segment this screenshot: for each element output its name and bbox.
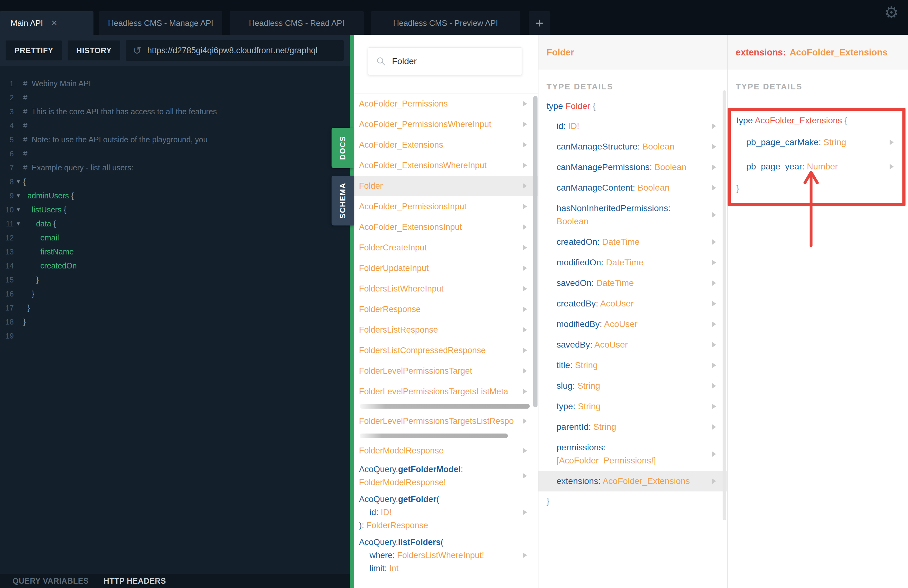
field-text: createdOn: DateTime <box>557 237 640 247</box>
docs-side-tab[interactable]: DOCS <box>332 128 354 168</box>
folder-field-row[interactable]: type: String <box>538 396 727 417</box>
folder-field-row[interactable]: id: ID! <box>538 116 727 137</box>
line-number: 2 <box>0 93 14 102</box>
type-list-item[interactable]: AcoQuery.listFolders(where: FoldersListW… <box>354 534 538 577</box>
type-list-item[interactable]: AcoFolder_Permissions <box>354 93 538 114</box>
gear-icon[interactable]: ⚙ <box>884 4 898 21</box>
field-text: canManageContent: Boolean <box>557 183 670 193</box>
session-tab[interactable]: Main API✕ <box>0 11 93 35</box>
type-list-item[interactable]: FolderCreateInput <box>354 237 538 258</box>
chevron-right-icon <box>523 368 527 374</box>
new-tab-button[interactable]: + <box>529 11 550 35</box>
horizontal-scrollbar[interactable] <box>360 404 530 409</box>
chevron-right-icon <box>523 265 527 271</box>
folder-field-row[interactable]: parentId: String <box>538 417 727 437</box>
type-list-item[interactable]: Folder <box>354 176 538 196</box>
type-list-item[interactable]: AcoFolder_PermissionsInput <box>354 196 538 217</box>
chevron-right-icon <box>712 212 716 218</box>
chevron-right-icon <box>523 473 527 479</box>
type-list-item[interactable]: FolderLevelPermissionsTargetsListMeta <box>354 381 538 402</box>
folder-column-scrollbar[interactable] <box>723 90 726 520</box>
type-list-scrollbar[interactable] <box>533 96 538 407</box>
fold-arrow-icon[interactable]: ▼ <box>14 179 23 185</box>
folder-field-row[interactable]: extensions: AcoFolder_Extensions <box>538 471 727 492</box>
session-tab[interactable]: Headless CMS - Read API <box>230 11 364 35</box>
session-tab-label: Headless CMS - Manage API <box>108 18 213 28</box>
chevron-right-icon <box>712 383 716 389</box>
type-list-item[interactable]: AcoQuery.getFolderModel:FolderModelRespo… <box>354 461 538 491</box>
folder-field-row[interactable]: createdOn: DateTime <box>538 232 727 252</box>
schema-side-tab[interactable]: SCHEMA <box>332 176 354 225</box>
folder-field-row[interactable]: modifiedBy: AcoUser <box>538 314 727 334</box>
prettify-button[interactable]: PRETTIFY <box>6 40 62 60</box>
folder-field-row[interactable]: savedOn: DateTime <box>538 273 727 293</box>
type-list-item[interactable]: AcoFolder_ExtensionsWhereInput <box>354 155 538 176</box>
fold-arrow-icon[interactable]: ▼ <box>14 221 23 227</box>
editor-line: 6# <box>0 147 350 161</box>
code-text: } <box>23 317 26 326</box>
type-list-item[interactable]: FoldersListResponse <box>354 320 538 340</box>
session-tab[interactable]: Headless CMS - Preview API <box>371 11 520 35</box>
chevron-right-icon <box>890 164 894 169</box>
reload-icon[interactable]: ↺ <box>133 45 142 56</box>
folder-field-row[interactable]: modifiedOn: DateTime <box>538 252 727 273</box>
folder-field-row[interactable]: slug: String <box>538 376 727 396</box>
editor-line: 16 } <box>0 287 350 301</box>
docs-search-column: AcoFolder_PermissionsAcoFolder_Permissio… <box>354 35 538 588</box>
type-list-item[interactable]: FoldersListCompressedResponse <box>354 340 538 361</box>
folder-field-row[interactable]: createdBy: AcoUser <box>538 293 727 314</box>
type-list-item[interactable]: AcoFolder_Extensions <box>354 135 538 155</box>
line-number: 14 <box>0 262 14 270</box>
type-list-item[interactable]: AcoFolder_ExtensionsInput <box>354 217 538 237</box>
line-number: 1 <box>0 79 14 88</box>
history-button[interactable]: HISTORY <box>68 40 120 60</box>
type-list-item[interactable]: FoldersListWhereInput <box>354 278 538 299</box>
line-number: 10 <box>0 206 14 214</box>
type-details-label: TYPE DETAILS <box>736 82 908 92</box>
field-text: id: ID! <box>557 121 579 131</box>
type-list-item[interactable]: AcoQuery.getFolder(id: ID!): FolderRespo… <box>354 491 538 534</box>
horizontal-scrollbar[interactable] <box>360 434 508 438</box>
folder-field-row[interactable]: permissions:[AcoFolder_Permissions!] <box>538 437 727 471</box>
type-list-item[interactable]: FolderResponse <box>354 299 538 320</box>
endpoint-url-input[interactable] <box>147 45 337 56</box>
editor-line: 19 <box>0 329 350 343</box>
folder-field-row[interactable]: savedBy: AcoUser <box>538 334 727 355</box>
session-tab[interactable]: Headless CMS - Manage API <box>99 11 222 35</box>
http-headers-tab[interactable]: HTTP HEADERS <box>104 577 166 585</box>
fold-arrow-icon[interactable]: ▼ <box>14 207 23 213</box>
editor-line: 8▼{ <box>0 175 350 189</box>
fold-arrow-icon[interactable]: ▼ <box>14 193 23 199</box>
docs-resize-handle[interactable] <box>350 35 354 588</box>
line-number: 18 <box>0 318 14 326</box>
editor-footer: QUERY VARIABLES HTTP HEADERS <box>0 574 350 588</box>
folder-field-row[interactable]: canManageContent: Boolean <box>538 178 727 198</box>
code-text: createdOn <box>23 261 77 270</box>
folder-field-row[interactable]: canManagePermissions: Boolean <box>538 157 727 178</box>
folder-field-row[interactable]: hasNonInheritedPermissions:Boolean <box>538 198 727 232</box>
type-list-item[interactable]: FolderLevelPermissionsTargetsListRespo <box>354 411 538 431</box>
line-number: 13 <box>0 247 14 256</box>
docs-search-input[interactable] <box>391 56 515 67</box>
editor-line: 11▼ data { <box>0 217 350 231</box>
type-list-item[interactable]: FolderLevelPermissionsTarget <box>354 361 538 381</box>
field-text: savedBy: AcoUser <box>557 340 628 350</box>
code-text: # <box>23 121 27 130</box>
chevron-right-icon <box>712 123 716 129</box>
folder-field-row[interactable]: canManageStructure: Boolean <box>538 137 727 157</box>
close-icon[interactable]: ✕ <box>51 19 57 27</box>
chevron-right-icon <box>523 389 527 394</box>
folder-field-row[interactable]: title: String <box>538 355 727 376</box>
type-list-item[interactable]: FolderModelResponse <box>354 440 538 461</box>
query-editor[interactable]: 1# Webiny Main API2#3# This is the core … <box>0 66 350 574</box>
type-list-item[interactable]: FolderUpdateInput <box>354 258 538 278</box>
line-number: 7 <box>0 164 14 172</box>
query-variables-tab[interactable]: QUERY VARIABLES <box>13 577 89 585</box>
chevron-right-icon <box>712 363 716 368</box>
line-number: 8 <box>0 178 14 186</box>
extensions-field-row[interactable]: pb_page_carMake: String <box>731 130 902 154</box>
type-list-item[interactable]: AcoFolder_PermissionsWhereInput <box>354 114 538 135</box>
chevron-right-icon <box>523 142 527 148</box>
editor-line: 18} <box>0 315 350 329</box>
extensions-title-type: AcoFolder_Extensions <box>790 47 887 58</box>
